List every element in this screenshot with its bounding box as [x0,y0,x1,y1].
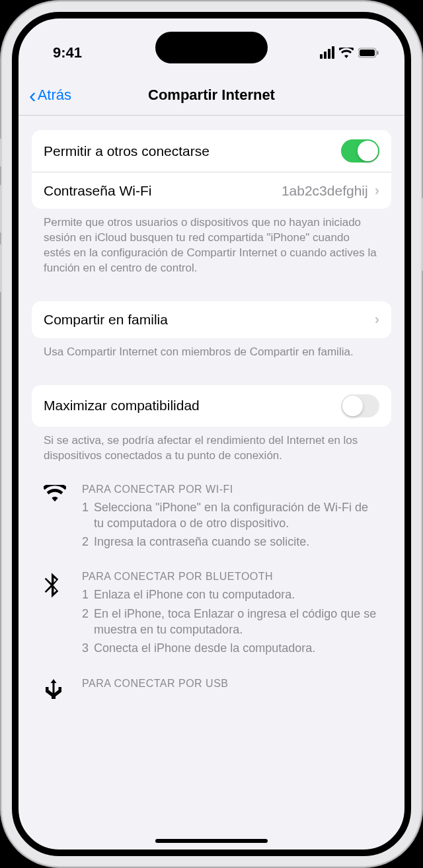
family-sharing-label: Compartir en familia [44,312,368,328]
family-group: Compartir en familia › [32,301,391,338]
wifi-step-2: 2Ingresa la contraseña cuando se solicit… [82,534,379,550]
cellular-signal-icon [320,46,334,59]
hotspot-group: Permitir a otros conectarse Contraseña W… [32,130,391,209]
bluetooth-step-2: 2En el iPhone, toca Enlazar o ingresa el… [82,606,379,638]
wifi-password-row[interactable]: Contraseña Wi-Fi 1ab2c3defghij › [32,172,391,209]
allow-others-toggle[interactable] [341,139,379,163]
chevron-right-icon: › [375,182,379,199]
maximize-compatibility-label: Maximizar compatibilidad [44,398,341,414]
wifi-instructions-title: PARA CONECTAR POR WI-FI [82,484,379,495]
maximize-compatibility-toggle[interactable] [341,394,379,417]
wifi-password-label: Contraseña Wi-Fi [44,183,282,199]
bluetooth-step-1: 1Enlaza el iPhone con tu computadora. [82,587,379,602]
bluetooth-icon [44,571,67,659]
wifi-password-value: 1ab2c3defghij [282,183,368,199]
wifi-instructions: PARA CONECTAR POR WI-FI 1Selecciona "iPh… [44,484,379,553]
family-sharing-footer: Usa Compartir Internet con miembros de C… [32,338,391,360]
dynamic-island [155,32,268,63]
nav-header: ‹ Atrás Compartir Internet [19,75,404,116]
compatibility-group: Maximizar compatibilidad [32,385,391,427]
family-sharing-row[interactable]: Compartir en familia › [32,301,391,338]
bluetooth-instructions-title: PARA CONECTAR POR BLUETOOTH [82,571,379,583]
back-label: Atrás [38,87,71,104]
home-indicator[interactable] [155,839,268,843]
bluetooth-instructions: PARA CONECTAR POR BLUETOOTH 1Enlaza el i… [44,571,379,659]
status-time: 9:41 [44,44,82,61]
allow-others-footer: Permite que otros usuarios o dispositivo… [32,209,391,276]
bluetooth-step-3: 3Conecta el iPhone desde la computadora. [82,640,379,656]
allow-others-row: Permitir a otros conectarse [32,130,391,172]
wifi-icon [339,48,354,58]
maximize-compatibility-footer: Si se activa, se podría afectar el rendi… [32,427,391,464]
wifi-step-1: 1Selecciona "iPhone" en la configuración… [82,499,379,532]
maximize-compatibility-row: Maximizar compatibilidad [32,385,391,427]
wifi-icon [44,484,67,553]
battery-icon [358,48,379,58]
page-title: Compartir Internet [148,87,275,104]
usb-icon [44,678,67,702]
usb-instructions: PARA CONECTAR POR USB [44,678,379,702]
chevron-right-icon: › [375,311,379,328]
usb-instructions-title: PARA CONECTAR POR USB [82,678,379,690]
chevron-left-icon: ‹ [29,85,36,106]
allow-others-label: Permitir a otros conectarse [44,143,341,159]
svg-rect-1 [360,50,375,56]
back-button[interactable]: ‹ Atrás [29,85,71,106]
svg-rect-2 [377,51,379,55]
